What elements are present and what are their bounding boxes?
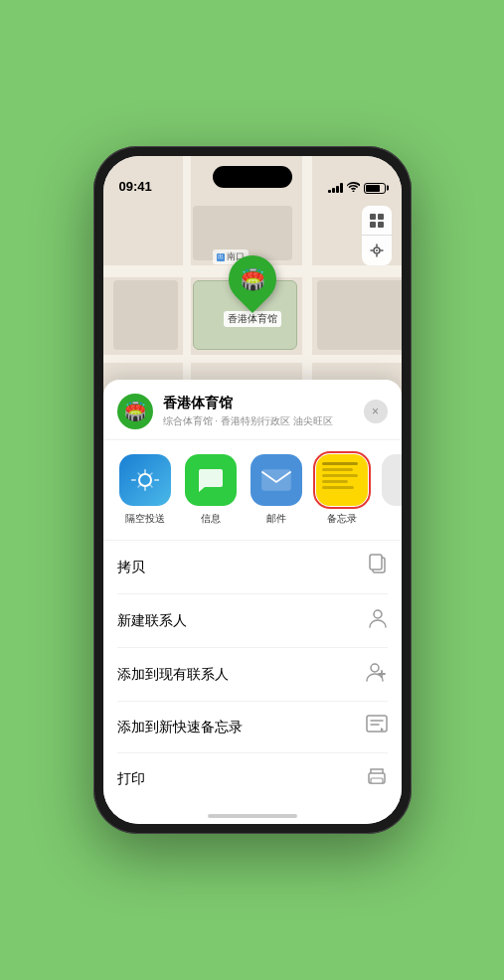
close-button[interactable]: ×: [364, 400, 388, 423]
mail-icon: [251, 454, 302, 506]
notes-icon: [316, 454, 368, 506]
messages-icon: [185, 454, 237, 506]
svg-rect-14: [371, 778, 383, 783]
action-print[interactable]: 打印: [117, 753, 388, 804]
map-view-button[interactable]: [362, 206, 392, 236]
svg-point-5: [376, 249, 378, 251]
action-add-contact[interactable]: 添加到现有联系人: [117, 648, 388, 702]
svg-rect-7: [262, 470, 290, 490]
action-quick-note-label: 添加到新快速备忘录: [117, 719, 243, 736]
airdrop-icon: [119, 454, 171, 506]
airdrop-label: 隔空投送: [125, 512, 165, 526]
bottom-sheet: 🏟️ 香港体育馆 综合体育馆 · 香港特别行政区 油尖旺区 ×: [103, 380, 402, 824]
svg-point-11: [371, 664, 379, 672]
sheet-header: 🏟️ 香港体育馆 综合体育馆 · 香港特别行政区 油尖旺区 ×: [103, 380, 402, 440]
signal-icon: [328, 183, 343, 193]
share-notes[interactable]: 备忘录: [314, 454, 370, 526]
more-icon: [382, 454, 402, 506]
svg-rect-3: [378, 222, 384, 228]
action-list: 拷贝 新建联系人: [103, 541, 402, 804]
person-add-icon: [366, 661, 388, 688]
dynamic-island: [213, 166, 292, 188]
share-mail[interactable]: 邮件: [249, 454, 304, 526]
action-new-contact-label: 新建联系人: [117, 612, 187, 630]
share-more[interactable]: 推: [380, 454, 402, 526]
svg-point-10: [374, 610, 382, 618]
phone-frame: 09:41: [93, 146, 412, 834]
stadium-icon: 🏟️: [240, 267, 264, 291]
status-time: 09:41: [119, 179, 152, 194]
action-print-label: 打印: [117, 770, 145, 788]
share-row: 隔空投送 信息: [103, 440, 402, 541]
venue-icon: 🏟️: [117, 394, 153, 429]
svg-rect-0: [370, 214, 376, 220]
svg-rect-1: [378, 214, 384, 220]
map-controls: [362, 206, 392, 265]
share-airdrop[interactable]: 隔空投送: [117, 454, 173, 526]
venue-info: 香港体育馆 综合体育馆 · 香港特别行政区 油尖旺区: [163, 395, 354, 428]
venue-description: 综合体育馆 · 香港特别行政区 油尖旺区: [163, 414, 354, 428]
notes-label: 备忘录: [327, 512, 357, 526]
action-copy-label: 拷贝: [117, 559, 145, 576]
phone-screen: 09:41: [103, 156, 402, 824]
action-new-contact[interactable]: 新建联系人: [117, 594, 388, 648]
messages-label: 信息: [201, 512, 221, 526]
wifi-icon: [347, 182, 360, 194]
quick-note-icon: [366, 715, 388, 739]
action-add-contact-label: 添加到现有联系人: [117, 666, 229, 684]
person-icon: [368, 607, 388, 634]
venue-name: 香港体育馆: [163, 395, 354, 412]
action-quick-note[interactable]: 添加到新快速备忘录: [117, 702, 388, 753]
share-messages[interactable]: 信息: [183, 454, 239, 526]
home-indicator: [208, 814, 297, 818]
mail-label: 邮件: [266, 512, 286, 526]
print-icon: [366, 766, 388, 791]
svg-rect-2: [370, 222, 376, 228]
svg-rect-12: [367, 716, 387, 732]
copy-icon: [368, 554, 388, 580]
map-pin: 🏟️ 香港体育馆: [224, 255, 281, 327]
location-button[interactable]: [362, 236, 392, 265]
svg-rect-9: [370, 555, 382, 570]
action-copy[interactable]: 拷贝: [117, 541, 388, 594]
battery-icon: [364, 183, 386, 194]
status-icons: [328, 182, 386, 194]
